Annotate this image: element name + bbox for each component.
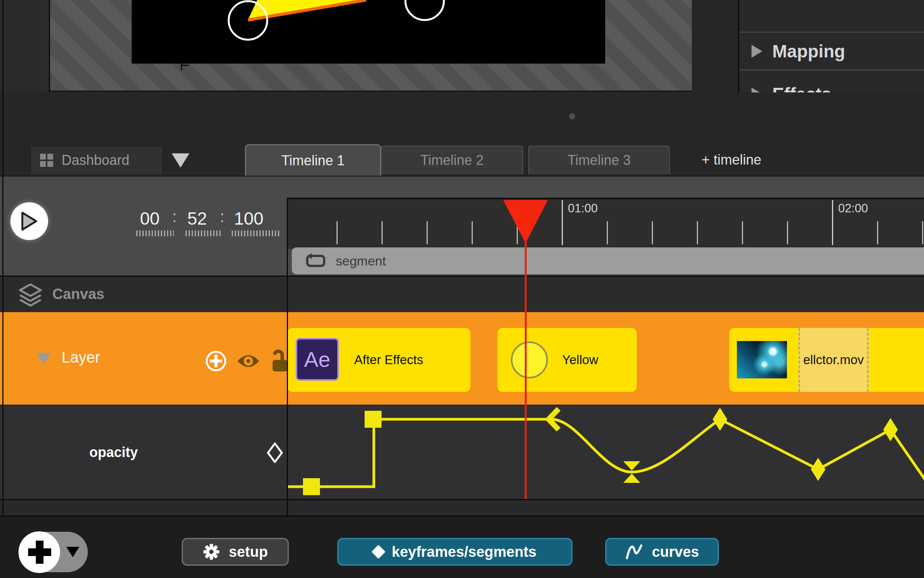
- ruler-tick: [427, 221, 428, 244]
- ruler-time-label: 02:00: [838, 202, 868, 215]
- ruler-tick: [697, 221, 698, 244]
- tab-timeline-3[interactable]: Timeline 3: [528, 146, 670, 174]
- chevron-right-icon: [752, 87, 762, 93]
- dashboard-dropdown-caret[interactable]: [172, 153, 189, 168]
- app-window: Mapping Effects Dashboard Timeline 1 Tim…: [0, 0, 924, 578]
- add-element-caret[interactable]: [66, 547, 79, 557]
- keyframe-marker-diamond[interactable]: [811, 458, 825, 481]
- segment-bar[interactable]: segment: [292, 247, 924, 274]
- setup-button-label: setup: [229, 544, 268, 560]
- timeline-ruler[interactable]: 01:0002:00: [288, 198, 924, 249]
- clip-after-effects[interactable]: Ae After Effects: [287, 328, 470, 392]
- setup-button[interactable]: setup: [182, 538, 289, 566]
- ruler-tick: [607, 221, 608, 244]
- clip-ellctor-mov[interactable]: ellctor.mov: [729, 328, 924, 392]
- track-header-divider: [287, 198, 288, 516]
- curves-button[interactable]: curves: [605, 538, 719, 566]
- clip-yellow[interactable]: Yellow: [497, 328, 637, 392]
- curve-icon: [625, 543, 643, 561]
- opacity-curve[interactable]: [287, 406, 924, 499]
- layer-track-label: Layer: [62, 349, 100, 366]
- visibility-eye-icon[interactable]: [236, 352, 260, 370]
- opacity-track-label: opacity: [89, 444, 138, 460]
- tab-timeline-2[interactable]: Timeline 2: [381, 146, 523, 174]
- preview-panel[interactable]: [50, 0, 692, 92]
- after-effects-badge-icon: Ae: [296, 338, 339, 381]
- time-field-minutes[interactable]: 00: [136, 208, 164, 229]
- keyframe-diamond-icon[interactable]: [266, 442, 283, 464]
- ruler-tick: [787, 221, 788, 244]
- video-thumbnail: [737, 341, 787, 378]
- effects-section-label: Effects: [772, 84, 831, 93]
- gear-icon: [203, 543, 220, 561]
- time-separator: :: [216, 208, 228, 225]
- clip-trim-overlay[interactable]: ellctor.mov: [798, 328, 869, 392]
- tab-timeline-2-label: Timeline 2: [420, 152, 484, 168]
- ruler-tick: [472, 221, 473, 244]
- keyframes-segments-button[interactable]: keyframes/segments: [337, 538, 572, 566]
- keyframe-marker-square[interactable]: [365, 411, 382, 428]
- lower-strip: [0, 500, 924, 516]
- keyframe-marker-diamond[interactable]: [713, 408, 727, 431]
- plus-icon: [28, 548, 51, 556]
- vertex-handle-circle[interactable]: [229, 1, 267, 40]
- clip-label: ellctor.mov: [803, 353, 864, 367]
- canvas-track-row[interactable]: Canvas: [0, 276, 924, 313]
- ruler-tick: [922, 221, 923, 244]
- tab-timeline-1-label: Timeline 1: [281, 153, 345, 169]
- mapping-section-label: Mapping: [772, 41, 845, 62]
- add-timeline-label: + timeline: [701, 152, 761, 168]
- keyframes-button-label: keyframes/segments: [392, 544, 537, 560]
- ruler-major-tick: [832, 200, 833, 245]
- playhead-handle[interactable]: [503, 200, 548, 243]
- ruler-tick: [652, 221, 653, 244]
- opacity-curve-path: [287, 419, 924, 487]
- preview-shape-svg: [132, 0, 605, 64]
- time-separator: :: [169, 208, 180, 225]
- ruler-time-label: 01:00: [568, 202, 598, 215]
- time-scrub-seconds[interactable]: [186, 230, 223, 236]
- ruler-tick: [382, 221, 383, 244]
- tab-dashboard-label: Dashboard: [62, 152, 129, 168]
- yellow-shape-icon: [511, 341, 548, 378]
- loop-icon: [306, 253, 326, 269]
- play-icon: [21, 211, 38, 231]
- properties-panel: Mapping Effects: [738, 0, 924, 92]
- add-clip-icon[interactable]: [205, 350, 227, 372]
- time-field-seconds[interactable]: 52: [183, 208, 211, 229]
- clip-label: After Effects: [354, 353, 423, 367]
- curves-button-label: curves: [652, 544, 699, 560]
- time-scrub-minutes[interactable]: [136, 230, 174, 236]
- clip-label: Yellow: [562, 353, 598, 367]
- time-field-millis[interactable]: 100: [229, 208, 268, 229]
- canvas-corner-mark: [182, 65, 189, 66]
- left-border-line: [2, 0, 3, 516]
- page-indicator-dot[interactable]: [569, 113, 575, 119]
- play-button[interactable]: [10, 202, 48, 240]
- chevron-right-icon: [752, 45, 762, 58]
- effects-section-header[interactable]: Effects: [739, 76, 924, 92]
- layer-collapse-caret[interactable]: [36, 353, 51, 365]
- tab-timeline-3-label: Timeline 3: [567, 152, 631, 168]
- ruler-major-tick: [562, 200, 563, 245]
- tab-dashboard[interactable]: Dashboard: [30, 146, 163, 174]
- mapping-section-header[interactable]: Mapping: [739, 33, 924, 69]
- ruler-tick: [336, 221, 338, 244]
- time-scrub-millis[interactable]: [232, 230, 280, 236]
- left-edge-strip: [0, 0, 50, 92]
- preview-canvas[interactable]: [132, 0, 605, 64]
- add-timeline-button[interactable]: + timeline: [689, 146, 774, 174]
- dashboard-grid-icon: [40, 154, 53, 167]
- section-divider: [739, 69, 924, 71]
- keyframe-marker-square[interactable]: [303, 478, 320, 495]
- tab-timeline-1[interactable]: Timeline 1: [245, 144, 381, 176]
- layers-icon: [18, 283, 43, 307]
- ruler-tick: [742, 221, 743, 244]
- segment-label: segment: [336, 254, 386, 269]
- vertex-handle-circle[interactable]: [405, 0, 444, 20]
- diamond-icon: [371, 545, 385, 559]
- unlock-icon[interactable]: [270, 349, 288, 373]
- playhead-line[interactable]: [525, 241, 527, 499]
- canvas-track-label: Canvas: [52, 286, 104, 302]
- ruler-tick: [877, 221, 878, 244]
